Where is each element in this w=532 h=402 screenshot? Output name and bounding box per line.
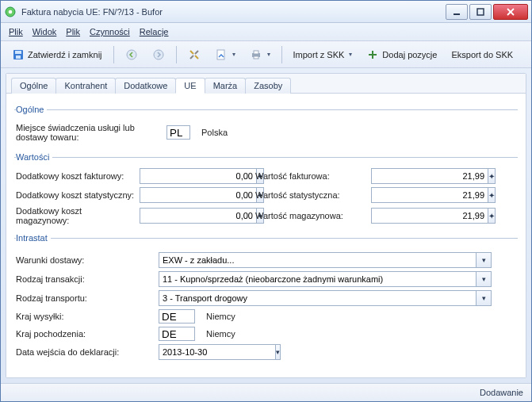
data-deklaracji-label: Data wejścia do deklaracji: [16,347,159,357]
menu-widok[interactable]: Widok [33,27,57,36]
wart-fakturowa-input[interactable] [371,168,488,184]
app-window: Faktura nabycia UE: FN/?/13 - Bufor Plik… [0,0,532,402]
svg-rect-3 [477,9,484,15]
menu-plik-2[interactable]: Plik [66,27,80,36]
group-wartosci: Wartości Dodatkowy koszt fakturowy: ✦ Wa… [14,152,518,227]
tab-marza[interactable]: Marża [205,78,247,94]
kraj-pochodzenia-code-input[interactable] [159,327,195,341]
tools-icon [188,48,201,61]
dod-statystyczny-label: Dodatkowy koszt statystyczny: [16,190,135,200]
import-skk-label: Import z SKK [293,50,345,59]
add-positions-button[interactable]: Dodaj pozycje [362,45,442,64]
tab-zasoby[interactable]: Zasoby [245,78,291,94]
dod-statystyczny-input[interactable] [140,187,256,203]
dod-fakturowy-input[interactable] [140,168,256,184]
confirm-close-button[interactable]: Zatwierdź i zamknij [7,45,107,64]
window-title: Faktura nabycia UE: FN/?/13 - Bufor [21,7,446,17]
wart-magazynowa-field: ✦ [371,208,466,224]
print-button[interactable]: ▾ [245,45,275,64]
minimize-button[interactable] [446,4,468,20]
wart-magazynowa-label: Wartość magazynowa: [255,211,366,220]
rodzaj-transportu-input[interactable] [159,290,476,306]
tab-panel-ue: Ogólne Miejsce świadczenia usługi lub do… [6,94,526,377]
status-mode: Dodawanie [480,388,523,397]
warunki-label: Warunki dostawy: [16,255,159,265]
rodzaj-transakcji-label: Rodzaj transakcji: [16,274,159,284]
nav-fwd-button[interactable] [147,45,170,64]
close-button[interactable] [493,4,528,20]
chevron-down-icon[interactable]: ▾ [476,290,492,306]
actions-button[interactable]: ▾ [210,45,240,64]
chevron-down-icon: ▾ [232,51,235,58]
wart-fakturowa-field: ✦ [371,168,466,184]
svg-point-1 [9,10,13,13]
svg-point-9 [127,50,136,59]
toolbar-separator [176,46,177,63]
dod-magazynowy-field: ✦ [140,208,235,224]
kraj-wysylki-country-name: Niemcy [206,312,235,321]
titlebar: Faktura nabycia UE: FN/?/13 - Bufor [1,1,531,23]
dod-magazynowy-label: Dodatkowy koszt magazynowy: [16,206,135,225]
chevron-down-icon: ▾ [267,51,270,58]
tools-button[interactable] [183,45,205,64]
arrow-left-icon [125,48,138,61]
chevron-down-icon[interactable]: ▾ [476,252,492,268]
group-intrastat: Intrastat Warunki dostawy: ▾ Rodzaj tran… [14,233,518,365]
svg-rect-8 [16,56,21,59]
rodzaj-transportu-combo[interactable]: ▾ [159,290,492,306]
menu-czynnosci[interactable]: Czynności [90,27,130,36]
svg-rect-2 [454,13,460,15]
data-deklaracji-field[interactable]: ▾ [159,344,262,360]
chevron-down-icon: ▾ [349,51,352,58]
tabstrip: Ogólne Kontrahent Dodatkowe UE Marża Zas… [6,74,526,94]
spin-button[interactable]: ✦ [488,187,496,203]
document-action-icon [215,48,228,61]
tab-kontrahent[interactable]: Kontrahent [55,78,116,94]
client-area: Ogólne Kontrahent Dodatkowe UE Marża Zas… [6,73,526,378]
maximize-button[interactable] [469,4,492,20]
nav-back-button[interactable] [121,45,143,64]
toolbar: Zatwierdź i zamknij ▾ [1,41,531,68]
warunki-input[interactable] [159,252,476,268]
confirm-close-label: Zatwierdź i zamknij [28,50,102,59]
export-skk-button[interactable]: Eksport do SKK [446,45,518,64]
wart-statystyczna-field: ✦ [371,187,466,203]
svg-rect-13 [254,51,258,54]
dod-fakturowy-label: Dodatkowy koszt fakturowy: [16,171,135,181]
chevron-down-icon[interactable]: ▾ [275,344,281,360]
group-intrastat-legend: Intrastat [16,233,51,243]
plus-icon [366,48,379,61]
dod-magazynowy-input[interactable] [140,208,256,224]
window-controls [446,4,528,20]
miejsce-label: Miejsce świadczenia usługi lub dostawy t… [16,123,166,142]
spin-button[interactable]: ✦ [488,168,496,184]
printer-icon [250,48,262,61]
group-ogolne-legend: Ogólne [16,105,47,114]
tab-ogolne[interactable]: Ogólne [11,78,56,94]
rodzaj-transakcji-combo[interactable]: ▾ [159,271,492,287]
toolbar-separator [281,46,282,63]
tab-ue[interactable]: UE [175,78,205,94]
menubar: Plik Widok Plik Czynności Relacje [1,23,531,41]
spin-button[interactable]: ✦ [488,208,496,224]
warunki-combo[interactable]: ▾ [159,252,492,268]
menu-plik[interactable]: Plik [9,27,23,36]
wart-fakturowa-label: Wartość fakturowa: [255,171,366,181]
miejsce-code-input[interactable] [166,125,190,140]
rodzaj-transportu-label: Rodzaj transportu: [16,293,159,303]
menu-relacje[interactable]: Relacje [140,27,169,36]
arrow-right-icon [152,48,165,61]
wart-magazynowa-input[interactable] [371,208,488,224]
app-icon [4,6,17,18]
kraj-wysylki-code-input[interactable] [159,309,195,324]
import-skk-button[interactable]: Import z SKK ▾ [289,45,358,64]
dod-statystyczny-field: ✦ [140,187,235,203]
chevron-down-icon[interactable]: ▾ [476,271,492,287]
kraj-wysylki-label: Kraj wysyłki: [16,312,159,321]
tab-dodatkowe[interactable]: Dodatkowe [115,78,176,94]
rodzaj-transakcji-input[interactable] [159,271,476,287]
wart-statystyczna-input[interactable] [371,187,488,203]
kraj-pochodzenia-country-name: Niemcy [206,329,235,339]
toolbar-separator [113,46,114,63]
data-deklaracji-input[interactable] [159,344,275,360]
